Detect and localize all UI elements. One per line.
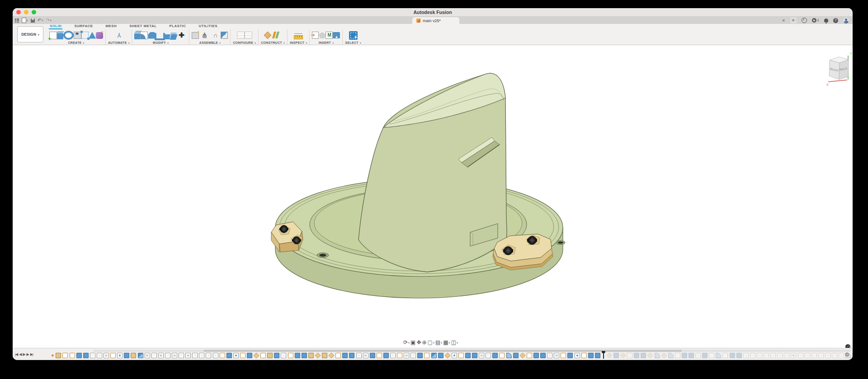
sketch-feature-icon[interactable] (458, 353, 464, 358)
joint-feature-icon[interactable] (390, 353, 396, 358)
joint-feature-icon[interactable] (770, 353, 776, 358)
ribbon-tab-utilities[interactable]: UTILITIES (198, 23, 218, 29)
plane-feature-icon[interactable] (253, 352, 259, 358)
extrude-feature-icon[interactable] (736, 353, 742, 358)
extrude-feature-icon[interactable] (472, 353, 477, 358)
insert-derive-icon[interactable] (312, 32, 319, 39)
plane-feature-icon[interactable] (606, 352, 612, 358)
notifications-button[interactable] (824, 19, 828, 22)
plane-feature-icon[interactable] (647, 352, 653, 358)
viewport-canvas[interactable]: RIGHT BACK Y X ⟳▾▣✥⊕▢▾▤▾▦▾◫▾ (13, 45, 853, 348)
sketch-feature-icon[interactable] (561, 353, 566, 358)
extrude-feature-icon[interactable] (370, 353, 375, 358)
create-sketch-icon[interactable] (49, 32, 57, 39)
ribbon-tab-plastic[interactable]: PLASTIC (168, 23, 187, 29)
extrude-feature-icon[interactable] (76, 353, 82, 358)
pattern-feature-icon[interactable] (750, 353, 755, 358)
as-built-joint-icon[interactable] (210, 30, 221, 41)
hole-feature-icon[interactable] (452, 353, 457, 358)
pattern-feature-icon[interactable] (90, 353, 95, 358)
loft-icon[interactable] (89, 32, 96, 39)
sketch-feature-icon[interactable] (240, 353, 245, 358)
timeline-scroll-track[interactable] (93, 350, 851, 352)
extrude-feature-icon[interactable] (533, 353, 539, 358)
model-cone-body[interactable] (359, 73, 507, 272)
fillet-icon[interactable] (140, 32, 148, 39)
new-component-icon[interactable] (192, 32, 199, 39)
shell-icon[interactable] (155, 33, 165, 40)
insert-configuration-icon[interactable] (245, 32, 252, 39)
sketch-feature-icon[interactable] (220, 353, 225, 358)
extrude-feature-icon[interactable] (702, 353, 708, 358)
file-menu-button[interactable]: ▾ (22, 18, 28, 23)
extrude-feature-icon[interactable] (383, 353, 389, 358)
mirror-feature-icon[interactable] (185, 353, 191, 358)
offset-plane-icon[interactable] (264, 32, 271, 39)
ribbon-tab-surface[interactable]: SURFACE (73, 23, 94, 29)
mirror-feature-icon[interactable] (404, 353, 409, 358)
extrude-feature-icon[interactable] (689, 353, 694, 358)
undo-button[interactable]: ↶▾ (38, 18, 43, 23)
help-button[interactable]: ? (833, 18, 838, 23)
fillet-feature-icon[interactable] (655, 353, 660, 358)
extrude-feature-icon[interactable] (634, 353, 639, 358)
sketch-feature-icon[interactable] (424, 353, 429, 358)
extrude-feature-icon[interactable] (226, 353, 232, 358)
grid-snaps-button[interactable]: ▦▾ (443, 340, 450, 345)
extrude-feature-icon[interactable] (274, 353, 279, 358)
account-button[interactable] (843, 18, 849, 23)
extrude-feature-icon[interactable] (641, 353, 646, 358)
plane-feature-icon[interactable] (620, 352, 626, 358)
joint-feature-icon[interactable] (199, 353, 204, 358)
step-back-button[interactable]: ◀ (19, 353, 21, 356)
mirror-feature-icon[interactable] (158, 353, 164, 358)
extrude-icon[interactable] (57, 33, 63, 39)
pattern-feature-icon[interactable] (832, 353, 837, 358)
joint-feature-icon[interactable] (97, 353, 102, 358)
viewports-button[interactable]: ◫▾ (451, 340, 458, 345)
pattern-feature-icon[interactable] (356, 353, 362, 358)
go-to-start-button[interactable]: |◀ (15, 353, 18, 356)
extrude-feature-icon[interactable] (438, 353, 443, 358)
rectangular-pattern-icon[interactable] (81, 32, 89, 39)
joint-feature-icon[interactable] (743, 353, 749, 358)
orbit-button[interactable]: ⟳▾ (403, 340, 410, 345)
extrude-feature-icon[interactable] (588, 353, 594, 358)
ribbon-group-label[interactable]: INSERT ▾ (319, 41, 334, 44)
sketch-feature-icon[interactable] (397, 353, 402, 358)
ribbon-tab-solid[interactable]: SOLID (49, 23, 62, 29)
timeline-playhead[interactable] (603, 352, 604, 359)
midplane-icon[interactable] (271, 30, 282, 41)
joint-feature-icon[interactable] (825, 353, 830, 358)
hole-feature-icon[interactable] (117, 353, 123, 358)
mirror-feature-icon[interactable] (145, 353, 150, 358)
move-copy-icon[interactable] (176, 30, 187, 41)
form-feature-icon[interactable] (308, 353, 314, 358)
job-status-button[interactable]: 1 (812, 18, 819, 23)
ribbon-group-label[interactable]: INSPECT ▾ (290, 41, 307, 44)
sketch-feature-icon[interactable] (62, 353, 68, 358)
ribbon-group-label[interactable]: AUTOMATE ▾ (108, 41, 129, 44)
app-grid-button[interactable] (15, 19, 19, 23)
plane-feature-icon[interactable] (329, 352, 335, 358)
sketch-feature-icon[interactable] (110, 353, 116, 358)
form-feature-icon[interactable] (56, 353, 61, 358)
extrude-feature-icon[interactable] (302, 353, 307, 358)
new-tab-button[interactable]: + (790, 17, 797, 23)
display-settings-button[interactable]: ▤▾ (435, 340, 442, 345)
extrude-feature-icon[interactable] (247, 353, 252, 358)
joint-feature-icon[interactable] (547, 353, 552, 358)
extrude-feature-icon[interactable] (124, 353, 129, 358)
recent-files-button[interactable] (802, 18, 807, 23)
form-feature-icon[interactable] (322, 353, 327, 358)
look-at-button[interactable]: ▣ (410, 340, 415, 345)
plane-feature-icon[interactable] (519, 352, 525, 358)
timeline-scroll-thumb[interactable] (203, 350, 682, 352)
close-tab-button[interactable]: × (782, 18, 785, 23)
fillet-feature-icon[interactable] (506, 353, 512, 358)
extrude-feature-icon[interactable] (295, 353, 300, 358)
insert-mcmaster-icon[interactable] (326, 32, 333, 39)
workspace-selector[interactable]: DESIGN ▾ (17, 26, 43, 42)
extrude-feature-icon[interactable] (682, 353, 687, 358)
sketch-feature-icon[interactable] (581, 353, 587, 358)
